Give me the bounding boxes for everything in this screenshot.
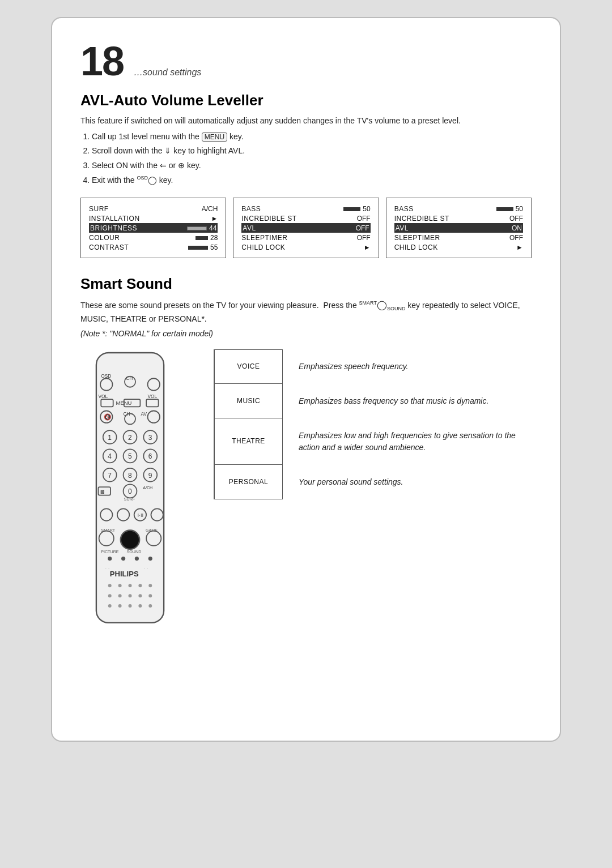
svg-text:SOUND: SOUND: [127, 550, 142, 554]
avl-title: AVL-Auto Volume Leveller: [80, 92, 532, 109]
svg-point-63: [129, 584, 132, 587]
step-3: Select ON with the ⇐ or ⊕ key.: [92, 160, 532, 172]
row-label: INSTALLATION: [89, 213, 168, 223]
row-value: OFF: [481, 233, 523, 242]
plus-icon: ⊕: [178, 161, 185, 170]
sound-label: SOUND: [387, 306, 406, 311]
smart-sound-desc: These are some sound presets on the TV f…: [80, 298, 532, 325]
preset-theatre-desc: Emphasizes low and high frequencies to g…: [283, 418, 532, 465]
row-label: SLEEPTIMER: [241, 233, 328, 242]
row-label: INCREDIBLE ST: [394, 213, 481, 223]
svg-text:▩: ▩: [100, 489, 105, 494]
preset-music-label: MUSIC: [215, 384, 283, 418]
svg-text:1: 1: [108, 434, 112, 442]
row-label: COLOUR: [89, 233, 168, 242]
preset-personal-label: PERSONAL: [215, 465, 283, 499]
smart-sound-note: (Note *: "NORMAL" for certain model): [80, 329, 532, 338]
row-label: AVL: [241, 223, 328, 233]
svg-text:2: 2: [128, 434, 132, 442]
circle-icon: ◯: [148, 176, 157, 185]
row-value: ►: [168, 213, 218, 223]
row-value: ►: [481, 242, 523, 252]
menu-row: SLEEPTIMER OFF: [241, 233, 370, 242]
page-subtitle: …sound settings: [134, 67, 201, 78]
row-value: 50: [481, 204, 523, 213]
row-value: 55: [168, 242, 218, 252]
svg-text:0: 0: [128, 488, 132, 495]
svg-point-66: [108, 594, 112, 597]
svg-text:· ·: · ·: [105, 565, 109, 571]
svg-text:PICTURE: PICTURE: [101, 550, 119, 554]
avl-section: AVL-Auto Volume Leveller This feature if…: [80, 92, 532, 258]
menu-box-1: SURF A/CH INSTALLATION ► BRIGHTNESS 44 C…: [80, 198, 226, 258]
menu-row: CHILD LOCK ►: [241, 242, 370, 252]
row-label: CONTRAST: [89, 242, 168, 252]
menu-box-2: BASS 50 INCREDIBLE ST OFF AVL OFF SLEEPT…: [233, 198, 379, 258]
row-label: BASS: [394, 204, 481, 213]
sound-diagram: OSD CH VOL MENU VOL 🔇 CH: [80, 349, 532, 633]
smart-label: SMART: [359, 301, 377, 306]
svg-point-71: [108, 604, 112, 608]
svg-text:5: 5: [128, 452, 132, 460]
svg-text:3: 3: [148, 434, 152, 442]
row-value: OFF: [328, 213, 370, 223]
row-label: AVL: [394, 223, 481, 233]
menu-row-avl-on: AVL ON: [394, 223, 523, 233]
svg-point-72: [118, 604, 122, 608]
row-label: BRIGHTNESS: [89, 223, 168, 233]
menu-row: INCREDIBLE ST OFF: [241, 213, 370, 223]
svg-text:AV: AV: [141, 411, 147, 417]
svg-text:8: 8: [128, 471, 132, 479]
preset-voice-desc: Emphasizes speech frequency.: [283, 349, 532, 384]
menu-box-3: BASS 50 INCREDIBLE ST OFF AVL ON SLEEPTI…: [386, 198, 532, 258]
step-4: Exit with the OSD◯ key.: [92, 174, 532, 187]
menu-row: INSTALLATION ►: [89, 213, 218, 223]
svg-text:9: 9: [148, 471, 152, 479]
menu-row: CONTRAST 55: [89, 242, 218, 252]
svg-point-70: [148, 594, 152, 597]
menu-row: COLOUR 28: [89, 233, 218, 242]
svg-point-65: [148, 584, 152, 587]
row-label: SLEEPTIMER: [394, 233, 481, 242]
osd-label: OSD: [137, 175, 148, 181]
row-value: ►: [328, 242, 370, 252]
svg-text:PHILIPS: PHILIPS: [110, 569, 139, 578]
svg-point-62: [118, 584, 122, 587]
down-icon: ⇓: [164, 146, 171, 155]
svg-point-68: [129, 594, 132, 597]
avl-description: This feature if switched on will automat…: [80, 115, 532, 127]
presets-column: VOICE Emphasizes speech frequency. MUSIC…: [180, 349, 532, 633]
menu-row: BASS 50: [394, 204, 523, 213]
svg-point-67: [118, 594, 122, 597]
svg-point-57: [148, 557, 152, 561]
row-label: CHILD LOCK: [241, 242, 328, 252]
page: 18 …sound settings AVL-Auto Volume Level…: [51, 17, 561, 742]
avl-steps: Call up 1st level menu with the MENU key…: [92, 131, 532, 187]
preset-theatre: THEATRE Emphasizes low and high frequenc…: [215, 418, 532, 465]
page-number: 18: [80, 41, 124, 82]
smart-sound-section: Smart Sound These are some sound presets…: [80, 275, 532, 632]
row-label: CHILD LOCK: [394, 242, 481, 252]
svg-text:VOL: VOL: [98, 394, 108, 399]
menu-row: BASS 50: [241, 204, 370, 213]
svg-point-55: [121, 557, 125, 561]
menu-row: SURF A/CH: [89, 204, 218, 213]
menu-row-highlighted: AVL OFF: [241, 223, 370, 233]
preset-voice-label: VOICE: [215, 349, 283, 384]
remote-control-svg: OSD CH VOL MENU VOL 🔇 CH: [86, 349, 174, 633]
row-value: 28: [168, 233, 218, 242]
menu-boxes: SURF A/CH INSTALLATION ► BRIGHTNESS 44 C…: [80, 198, 532, 258]
svg-text:7: 7: [108, 471, 112, 479]
menu-row: SLEEPTIMER OFF: [394, 233, 523, 242]
svg-text:GAME: GAME: [146, 528, 158, 533]
row-value: OFF: [328, 233, 370, 242]
svg-point-74: [138, 604, 142, 608]
svg-text:🔇: 🔇: [104, 413, 112, 421]
svg-text:6: 6: [148, 452, 152, 460]
menu-row: CHILD LOCK ►: [394, 242, 523, 252]
menu-key: MENU: [202, 132, 227, 142]
smart-sound-title: Smart Sound: [80, 275, 532, 293]
left-icon: ⇐: [160, 161, 167, 170]
preset-personal-desc: Your personal sound settings.: [283, 465, 532, 499]
preset-music: MUSIC Emphasizes bass frequency so that …: [215, 384, 532, 418]
